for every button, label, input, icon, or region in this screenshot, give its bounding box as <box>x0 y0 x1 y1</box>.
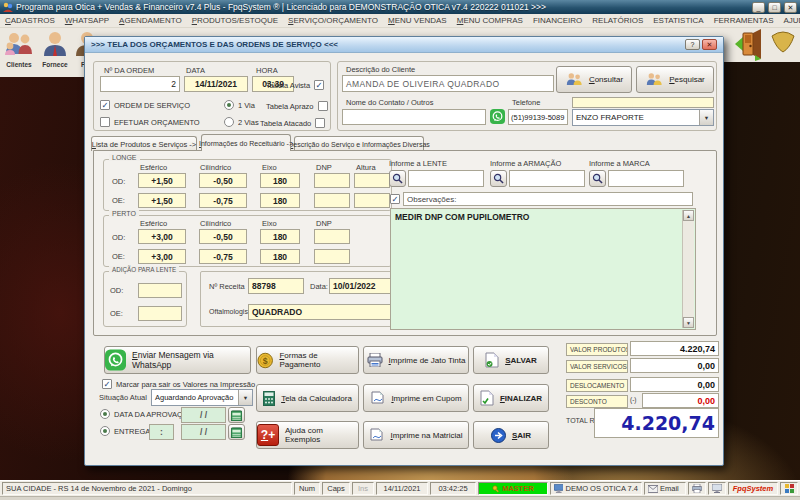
longe-oe-esferico[interactable]: +1,50 <box>138 193 186 208</box>
via1-radio[interactable]: 1 Via <box>224 100 255 110</box>
situacao-combobox[interactable]: Aguardando Aprovação ▼ <box>151 389 253 406</box>
dialog-help-button[interactable]: ? <box>685 39 700 50</box>
data-aprovacao-field[interactable]: / / <box>181 407 226 423</box>
receita-field[interactable]: 88798 <box>248 278 304 294</box>
close-button[interactable]: ✕ <box>784 2 797 13</box>
toolbar-sair-button[interactable] <box>731 27 765 61</box>
observacoes-checkbox[interactable]: ✓ <box>390 194 400 204</box>
dialog-close-button[interactable]: ✕ <box>702 39 717 50</box>
menu-servico-orcamento[interactable]: SERVIÇO/ORÇAMENTO <box>288 16 378 25</box>
perto-oe-dnp[interactable] <box>314 249 350 264</box>
menu-relatorios[interactable]: RELATÓRIOS <box>592 16 643 25</box>
longe-od-dnp[interactable] <box>314 173 350 188</box>
marcar-valores-checkbox[interactable]: ✓ Marcar para sair os Valores na Impress… <box>102 379 255 389</box>
longe-oe-cilindrico[interactable]: -0,75 <box>199 193 247 208</box>
tab-informacoes-receituario[interactable]: Informações do Receituário -> <box>201 134 291 151</box>
adicao-od-field[interactable] <box>138 283 182 298</box>
adicao-oe-field[interactable] <box>138 306 182 321</box>
armacao-field[interactable] <box>509 170 585 187</box>
pesquisar-button[interactable]: Pesquisar <box>636 66 714 93</box>
order-number-field[interactable]: 2 <box>100 76 180 92</box>
perto-od-esferico[interactable]: +3,00 <box>138 229 186 244</box>
tabela-aprazo-checkbox[interactable]: Tabela Aprazo <box>266 101 328 111</box>
longe-oe-dnp[interactable] <box>314 193 350 208</box>
seller-search-field[interactable] <box>572 97 714 108</box>
lente-search-button[interactable] <box>389 170 406 187</box>
finalizar-button[interactable]: FINALIZAR <box>473 384 549 412</box>
menu-produtos-estoque[interactable]: PRODUTOS/ESTOQUE <box>192 16 278 25</box>
tela-calculadora-button[interactable]: Tela da Calculadora <box>256 384 359 412</box>
longe-oe-altura[interactable] <box>354 193 390 208</box>
perto-oe-esferico[interactable]: +3,00 <box>138 249 186 264</box>
tab-descricao-servico[interactable]: Descrição do Serviço e Informações Diver… <box>294 136 424 151</box>
marca-field[interactable] <box>608 170 684 187</box>
maximize-button[interactable]: □ <box>768 2 781 13</box>
dialog-titlebar[interactable]: >>> TELA DOS ORÇAMENTOS E DAS ORDENS DE … <box>85 37 723 53</box>
menu-ferramentas[interactable]: FERRAMENTAS <box>714 16 774 25</box>
via2-radio[interactable]: 2 Vias <box>224 117 259 127</box>
toolbar-partial-icon[interactable] <box>770 28 796 54</box>
toolbar-fornecedores-button[interactable]: Fornece <box>38 30 72 68</box>
seller-combobox[interactable]: ENZO FRAPORTE ▼ <box>572 109 714 126</box>
sair-button[interactable]: SAIR <box>473 421 549 449</box>
whatsapp-icon[interactable] <box>490 109 505 124</box>
formas-pagamento-button[interactable]: $ Formas de Pagamento <box>256 346 359 374</box>
entrega-calendar-button[interactable] <box>228 424 245 440</box>
marca-search-button[interactable] <box>589 170 606 187</box>
efetuar-orcamento-checkbox[interactable]: EFETUAR ORÇAMENTO <box>100 117 200 127</box>
entrega-radio[interactable]: ENTREGA <box>100 426 150 436</box>
perto-od-eixo[interactable]: 180 <box>260 229 300 244</box>
longe-oe-eixo[interactable]: 180 <box>260 193 300 208</box>
whatsapp-send-button[interactable]: Enviar Mensagem via WhatsApp <box>104 346 251 374</box>
receita-data-field[interactable]: 10/01/2022 <box>329 278 393 294</box>
menu-menu-compras[interactable]: MENU COMPRAS <box>457 16 523 25</box>
perto-od-cilindrico[interactable]: -0,50 <box>199 229 247 244</box>
entrega-data-field[interactable]: / / <box>181 424 226 440</box>
menu-agendamento[interactable]: AGENDAMENTO <box>119 16 182 25</box>
oftalmologista-field[interactable]: QUADRADO <box>248 304 393 320</box>
ordem-servico-checkbox[interactable]: ✓ ORDEM DE SERVIÇO <box>100 100 190 110</box>
data-aprovacao-radio[interactable]: DATA DA APROVAÇÃO <box>100 409 193 419</box>
tabela-avista-checkbox[interactable]: Tabela Avista ✓ <box>266 80 324 90</box>
phone-field[interactable]: (51)99139-5089 <box>508 109 568 125</box>
data-aprovacao-calendar-button[interactable] <box>228 407 245 423</box>
chevron-down-icon[interactable]: ▼ <box>699 110 713 125</box>
observacoes-textarea[interactable]: MEDIR DNP COM PUPILOMETRO ▲ ▼ <box>390 208 696 330</box>
client-description-field[interactable]: AMANDA DE OLIVEIRA QUADRADO <box>342 75 554 92</box>
longe-od-altura[interactable] <box>354 173 390 188</box>
status-printer-icon[interactable] <box>688 482 706 495</box>
entrega-hora-field[interactable]: : <box>149 424 174 440</box>
minimize-button[interactable]: _ <box>752 2 765 13</box>
menu-menu-vendas[interactable]: MENU VENDAS <box>388 16 447 25</box>
order-date-field[interactable]: 14/11/2021 <box>184 76 248 92</box>
menu-financeiro[interactable]: FINANCEIRO <box>533 16 582 25</box>
menu-estatistica[interactable]: ESTATISTICA <box>653 16 703 25</box>
menu-cadastros[interactable]: CADASTROS <box>5 16 55 25</box>
consultar-button[interactable]: Consultar <box>556 66 632 93</box>
longe-od-eixo[interactable]: 180 <box>260 173 300 188</box>
perto-oe-eixo[interactable]: 180 <box>260 249 300 264</box>
ajuda-exemplos-button[interactable]: ?+ Ajuda com Exemplos <box>256 421 359 449</box>
longe-od-cilindrico[interactable]: -0,50 <box>199 173 247 188</box>
salvar-button[interactable]: SALVAR <box>473 346 549 374</box>
lente-field[interactable] <box>408 170 484 187</box>
tab-lista-produtos[interactable]: Lista de Produtos e Serviços -> <box>91 136 197 151</box>
imprime-cupom-button[interactable]: Imprime em Cupom <box>363 384 469 412</box>
perto-oe-cilindrico[interactable]: -0,75 <box>199 249 247 264</box>
armacao-search-button[interactable] <box>490 170 507 187</box>
status-computer-icon[interactable] <box>708 482 726 495</box>
status-email[interactable]: Email <box>644 482 686 495</box>
imprime-matricial-button[interactable]: Imprime na Matricial <box>363 421 469 449</box>
menu-ajuda[interactable]: AJUDA <box>784 16 800 25</box>
contact-name-field[interactable] <box>342 109 486 125</box>
scroll-down-icon[interactable]: ▼ <box>683 317 694 328</box>
scroll-up-icon[interactable]: ▲ <box>683 210 694 221</box>
toolbar-clientes-button[interactable]: Clientes <box>2 30 36 68</box>
imprime-jato-button[interactable]: Imprime de Jato Tinta <box>363 346 469 374</box>
chevron-down-icon[interactable]: ▼ <box>238 390 252 405</box>
perto-od-dnp[interactable] <box>314 229 350 244</box>
longe-od-esferico[interactable]: +1,50 <box>138 173 186 188</box>
observacoes-scrollbar[interactable]: ▲ ▼ <box>682 210 694 328</box>
tabela-atacado-checkbox[interactable]: Tabela Atacado <box>260 118 325 128</box>
menu-whatsapp[interactable]: WHATSAPP <box>65 16 109 25</box>
